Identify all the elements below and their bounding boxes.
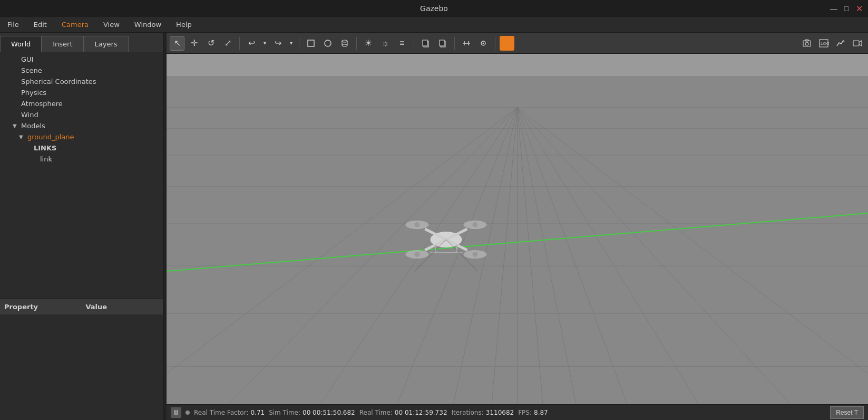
svg-rect-61 [167, 54, 868, 76]
arrow-ground-plane: ▼ [19, 134, 25, 140]
reset-button[interactable]: Reset T [830, 406, 864, 419]
fps-value: 8.87 [534, 409, 548, 416]
real-time-item: Real Time: 00 01:12:59.732 [359, 409, 447, 416]
undo-button[interactable]: ↩ [244, 36, 259, 51]
svg-point-53 [472, 222, 477, 227]
tab-insert[interactable]: Insert [42, 36, 83, 52]
menu-camera[interactable]: Camera [58, 20, 92, 30]
menu-view[interactable]: View [100, 20, 123, 30]
property-col-property: Property [0, 303, 82, 311]
align-button[interactable] [459, 36, 474, 51]
real-time-factor-value: 0.71 [250, 409, 265, 416]
svg-point-5 [342, 44, 347, 46]
close-button[interactable]: ✕ [854, 4, 864, 13]
tab-world[interactable]: World [0, 36, 42, 52]
real-time-factor-item: Real Time Factor: 0.71 [194, 409, 265, 416]
svg-rect-20 [853, 41, 859, 46]
viewport-area: ↖ ✛ ↺ ⤢ ↩ ▾ ↪ ▾ [167, 33, 868, 420]
plot-button[interactable] [833, 36, 848, 51]
paste-button[interactable] [435, 36, 450, 51]
menu-window[interactable]: Window [131, 20, 164, 30]
cylinder-shape-button[interactable] [337, 36, 352, 51]
tree-item-models[interactable]: ▼ Models [0, 120, 163, 131]
tree-item-atmosphere[interactable]: Atmosphere [0, 98, 163, 109]
tree-item-physics[interactable]: Physics [0, 87, 163, 98]
rotate-tool-button[interactable]: ↺ [203, 36, 218, 51]
sim-time-value: 00 00:51:50.682 [303, 409, 355, 416]
viewport-canvas[interactable]: .grid-line { stroke: #777; stroke-width:… [167, 54, 868, 404]
menu-help[interactable]: Help [173, 20, 195, 30]
tree-item-links[interactable]: LINKS [0, 142, 163, 154]
log-button[interactable]: LOG [816, 36, 831, 51]
menu-file[interactable]: File [4, 20, 22, 30]
orange-object-button[interactable] [500, 36, 514, 51]
status-indicator [186, 411, 190, 415]
spot-light-button[interactable]: ☼ [378, 36, 393, 51]
sep1 [239, 37, 240, 50]
window-controls: — □ ✕ [829, 4, 864, 13]
toolbar: ↖ ✛ ↺ ⤢ ↩ ▾ ↪ ▾ [167, 33, 868, 54]
sep5 [454, 37, 455, 50]
translate-tool-button[interactable]: ✛ [187, 36, 201, 51]
scale-tool-button[interactable]: ⤢ [220, 36, 235, 51]
menu-edit[interactable]: Edit [31, 20, 50, 30]
tree-item-spherical-coords[interactable]: Spherical Coordinates [0, 76, 163, 87]
tree-item-gui[interactable]: GUI [0, 54, 163, 65]
real-time-value: 00 01:12:59.732 [395, 409, 447, 416]
sim-time-item: Sim Time: 00 00:51:50.682 [269, 409, 355, 416]
sep2 [299, 37, 299, 50]
undo-dropdown-button[interactable]: ▾ [261, 36, 268, 51]
svg-point-1 [325, 40, 331, 46]
sep3 [356, 37, 357, 50]
pause-button[interactable]: ⏸ [171, 407, 181, 418]
menubar: File Edit Camera View Window Help [0, 17, 868, 33]
box-shape-button[interactable] [304, 36, 318, 51]
property-area [0, 314, 163, 420]
directional-light-button[interactable]: ≡ [395, 36, 409, 51]
svg-point-2 [342, 40, 347, 42]
iterations-item: Iterations: 3110682 [452, 409, 514, 416]
select-tool-button[interactable]: ↖ [170, 36, 184, 51]
sim-time-label: Sim Time: [269, 409, 300, 416]
video-button[interactable] [850, 36, 865, 51]
svg-rect-9 [440, 40, 444, 46]
tab-layers[interactable]: Layers [84, 36, 129, 52]
sep4 [414, 37, 414, 50]
redo-dropdown-button[interactable]: ▾ [287, 36, 295, 51]
titlebar: Gazebo — □ ✕ [0, 0, 868, 17]
sphere-shape-button[interactable] [320, 36, 335, 51]
svg-point-52 [414, 222, 420, 227]
minimize-button[interactable]: — [829, 4, 838, 13]
screenshot-button[interactable] [799, 36, 814, 51]
tree-item-wind[interactable]: Wind [0, 109, 163, 120]
tree-panel: GUI Scene Spherical Coordinates Physics … [0, 52, 163, 299]
main-layout: World Insert Layers GUI Scene Spherical … [0, 33, 868, 420]
svg-point-54 [414, 252, 420, 257]
property-col-value: Value [82, 303, 163, 311]
left-panel: World Insert Layers GUI Scene Spherical … [0, 33, 163, 420]
tab-bar: World Insert Layers [0, 33, 163, 52]
statusbar: ⏸ Real Time Factor: 0.71 Sim Time: 00 00… [167, 404, 868, 420]
svg-point-16 [805, 42, 808, 45]
svg-text:LOG: LOG [821, 41, 829, 46]
property-table-header: Property Value [0, 299, 163, 314]
snap-button[interactable] [476, 36, 491, 51]
point-light-button[interactable]: ☀ [361, 36, 376, 51]
redo-button[interactable]: ↪ [270, 36, 285, 51]
svg-point-14 [483, 42, 484, 44]
tree-item-ground-plane[interactable]: ▼ ground_plane [0, 131, 163, 142]
scene-viewport: .grid-line { stroke: #777; stroke-width:… [167, 54, 868, 404]
tree-item-link[interactable]: link [0, 154, 163, 165]
real-time-factor-label: Real Time Factor: [194, 409, 248, 416]
sep6 [495, 37, 495, 50]
tree-item-scene[interactable]: Scene [0, 65, 163, 76]
arrow-models: ▼ [13, 123, 19, 129]
maximize-button[interactable]: □ [842, 4, 851, 13]
svg-rect-7 [423, 40, 427, 46]
copy-button[interactable] [418, 36, 433, 51]
svg-point-55 [472, 252, 477, 257]
iterations-value: 3110682 [486, 409, 514, 416]
app-title: Gazebo [420, 4, 448, 13]
real-time-label: Real Time: [359, 409, 393, 416]
fps-label: FPS: [518, 409, 532, 416]
